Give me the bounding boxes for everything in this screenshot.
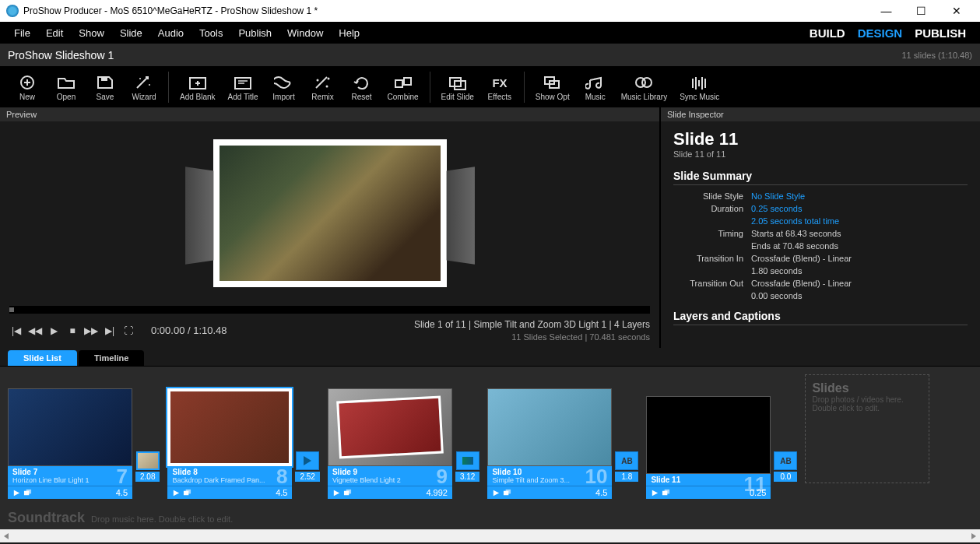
slide-card[interactable]: Slide 11110.25 <box>646 396 771 499</box>
play-icon[interactable] <box>651 489 659 497</box>
musiclib-icon <box>634 74 654 91</box>
menu-audio[interactable]: Audio <box>150 24 191 42</box>
menu-window[interactable]: Window <box>279 24 331 42</box>
layers-icon[interactable] <box>23 489 32 497</box>
wizard-button[interactable]: Wizard <box>125 72 163 103</box>
menu-file[interactable]: File <box>6 24 38 42</box>
reset-button[interactable]: Reset <box>342 72 381 103</box>
slide-card[interactable]: Slide 10Simple Tilt and Zoom 3...104.5 <box>487 388 612 499</box>
slide-duration[interactable]: 4.5 <box>116 488 128 497</box>
menu-help[interactable]: Help <box>331 24 367 42</box>
open-button[interactable]: Open <box>47 72 86 103</box>
slide-list[interactable]: Slide 7Horizon Line Blur Light 174.52.08… <box>0 367 980 507</box>
timing-value-1: Starts at 68.43 seconds <box>751 229 841 238</box>
duration-value-1[interactable]: 0.25 seconds <box>751 204 802 213</box>
transition-time[interactable]: 0.0 <box>774 472 797 482</box>
menu-publish[interactable]: Publish <box>230 24 279 42</box>
mode-design[interactable]: DESIGN <box>858 26 903 40</box>
transition-icon[interactable]: AB <box>615 451 638 470</box>
prev-button[interactable]: ◀◀ <box>28 324 42 338</box>
transition-time[interactable]: 1.8 <box>615 472 638 482</box>
save-button[interactable]: Save <box>86 72 125 103</box>
slide-card[interactable]: Slide 7Horizon Line Blur Light 174.5 <box>8 388 132 499</box>
tab-timeline[interactable]: Timeline <box>79 350 144 366</box>
maximize-button[interactable]: ☐ <box>904 0 939 22</box>
next-button[interactable]: ▶▶ <box>84 324 98 338</box>
mode-build[interactable]: BUILD <box>810 26 845 40</box>
titlebar: ProShow Producer - MoS 6510^MeGaHeRTZ - … <box>0 0 980 22</box>
showopt-button[interactable]: Show Opt <box>529 72 576 103</box>
horizontal-scrollbar[interactable] <box>0 529 980 542</box>
last-button[interactable]: ▶| <box>103 324 117 338</box>
inspector-subtitle: Slide 11 of 11 <box>673 149 968 159</box>
toolbar: NewOpenSaveWizardAdd BlankAdd TitleImpor… <box>0 67 980 107</box>
addblank-button[interactable]: Add Blank <box>174 72 222 103</box>
syncmusic-button[interactable]: Sync Music <box>673 72 725 103</box>
drop-title: Slides <box>812 381 922 395</box>
transition-icon[interactable]: AB <box>774 451 797 470</box>
slide-card[interactable]: Slide 9Vignette Blend Light 294.992 <box>328 388 452 499</box>
play-icon[interactable] <box>12 489 21 497</box>
slide-duration[interactable]: 4.5 <box>276 488 287 497</box>
play-icon[interactable] <box>332 489 341 497</box>
transition-time[interactable]: 3.12 <box>455 472 479 482</box>
layers-icon[interactable] <box>662 489 670 497</box>
musiclib-button[interactable]: Music Library <box>615 72 673 103</box>
slide-duration[interactable]: 4.5 <box>595 488 607 497</box>
duration-value-2[interactable]: 2.05 seconds total time <box>751 216 839 226</box>
preview-viewport[interactable] <box>0 121 659 306</box>
menu-show[interactable]: Show <box>71 24 112 42</box>
menu-slide[interactable]: Slide <box>112 24 150 42</box>
slide-info: Slide 10Simple Tilt and Zoom 3...10 <box>487 466 612 486</box>
menu-edit[interactable]: Edit <box>38 24 71 42</box>
play-button[interactable]: ▶ <box>47 324 61 338</box>
soundtrack-lane[interactable]: Soundtrack Drop music here. Double click… <box>0 507 980 529</box>
slide-thumbnail[interactable] <box>167 388 292 466</box>
fullscreen-button[interactable]: ⛶ <box>121 324 135 338</box>
combine-button[interactable]: Combine <box>381 72 425 103</box>
tab-slide-list[interactable]: Slide List <box>8 350 77 366</box>
transition-time[interactable]: 2.08 <box>135 472 160 482</box>
slide-thumbnail[interactable] <box>646 396 771 474</box>
save-icon <box>95 74 115 91</box>
infobar: ProShow Slideshow 1 11 slides (1:10.48) <box>0 44 980 67</box>
playhead-track[interactable] <box>9 306 650 314</box>
remix-button[interactable]: Remix <box>304 72 342 103</box>
play-icon[interactable] <box>172 489 181 497</box>
slide-thumbnail[interactable] <box>487 388 612 466</box>
mode-publish[interactable]: PUBLISH <box>915 26 966 40</box>
layers-icon[interactable] <box>343 489 352 497</box>
svg-rect-19 <box>26 489 31 493</box>
transition-time[interactable]: 2.52 <box>295 472 319 482</box>
slide-thumbnail[interactable] <box>328 388 452 466</box>
slide-card[interactable]: Slide 8Backdrop Dark Framed Pan...84.5 <box>167 388 292 499</box>
window-title: ProShow Producer - MoS 6510^MeGaHeRTZ - … <box>23 5 869 16</box>
first-button[interactable]: |◀ <box>9 324 23 338</box>
close-button[interactable]: ✕ <box>939 0 974 22</box>
slide-footer: 4.5 <box>167 486 292 499</box>
play-icon[interactable] <box>492 489 501 497</box>
minimize-button[interactable]: — <box>869 0 904 22</box>
layers-icon[interactable] <box>183 489 191 497</box>
music-button[interactable]: Music <box>576 72 615 103</box>
next-slide-mini[interactable] <box>136 451 160 470</box>
transition-icon[interactable] <box>296 451 319 470</box>
drop-hint: Drop photos / videos here. <box>812 395 922 404</box>
transition-icon[interactable] <box>456 451 479 470</box>
effects-button[interactable]: FXEffects <box>480 72 519 103</box>
stop-button[interactable]: ■ <box>65 324 79 338</box>
addtitle-button[interactable]: Add Title <box>222 72 265 103</box>
trans-out-value-1: Crossfade (Blend) - Linear <box>751 279 852 288</box>
slides-drop-zone[interactable]: SlidesDrop photos / videos here.Double c… <box>805 374 929 483</box>
style-value[interactable]: No Slide Style <box>751 191 805 201</box>
slide-duration[interactable]: 4.992 <box>426 488 448 497</box>
editslide-button[interactable]: Edit Slide <box>435 72 480 103</box>
new-button[interactable]: New <box>8 72 47 103</box>
slide-thumbnail[interactable] <box>8 388 132 466</box>
layers-heading: Layers and Captions <box>673 310 968 325</box>
wizard-icon <box>134 74 154 91</box>
menu-tools[interactable]: Tools <box>191 24 230 42</box>
playback-controls: |◀ ◀◀ ▶ ■ ▶▶ ▶| ⛶ 0:00.00 / 1:10.48 Slid… <box>0 314 659 348</box>
import-button[interactable]: Import <box>265 72 304 103</box>
layers-icon[interactable] <box>503 489 511 497</box>
